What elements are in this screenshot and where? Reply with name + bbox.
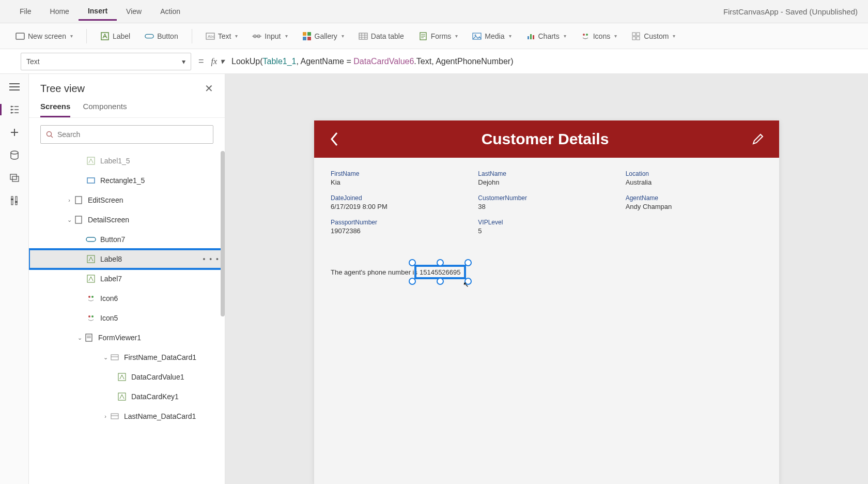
equals-sign: = xyxy=(198,56,204,67)
field-customernumber: CustomerNumber 38 xyxy=(478,194,615,210)
svg-rect-0 xyxy=(16,33,24,39)
svg-rect-28 xyxy=(632,33,636,36)
chevron-down-icon[interactable]: ⌄ xyxy=(75,335,84,341)
gallery-button[interactable]: Gallery ▾ xyxy=(297,28,349,44)
tree-node-detailscreen[interactable]: ⌄ DetailScreen xyxy=(29,210,225,230)
resize-handle[interactable] xyxy=(409,278,416,285)
scrollbar-thumb[interactable] xyxy=(221,151,225,316)
formula-input[interactable]: LookUp(Table1_1, AgentName = DataCardVal… xyxy=(231,56,513,66)
more-icon[interactable]: • • • xyxy=(203,255,220,263)
new-screen-button[interactable]: New screen ▾ xyxy=(10,28,78,44)
menu-home[interactable]: Home xyxy=(41,3,79,20)
tree-node-label7[interactable]: Label7 xyxy=(29,269,225,289)
tree-node-rectangle1-5[interactable]: Rectangle1_5 xyxy=(29,171,225,190)
edit-icon[interactable] xyxy=(751,132,765,146)
tree-node-label: LastName_DataCard1 xyxy=(124,412,196,420)
svg-rect-63 xyxy=(111,355,118,360)
chevron-down-icon[interactable]: ⌄ xyxy=(101,354,110,361)
svg-rect-42 xyxy=(12,176,19,182)
property-selector[interactable]: Text ▾ xyxy=(21,53,191,70)
resize-handle[interactable] xyxy=(464,259,472,266)
resize-handle[interactable] xyxy=(409,259,416,266)
charts-btn-label: Charts xyxy=(538,32,560,40)
field-label: LastName xyxy=(478,170,615,177)
menu-insert[interactable]: Insert xyxy=(79,3,117,21)
tree-node-icon6[interactable]: Icon6 xyxy=(29,289,225,308)
tree-node-formviewer1[interactable]: ⌄ FormViewer1 xyxy=(29,328,225,347)
media-icon xyxy=(472,32,482,41)
property-name: Text xyxy=(26,57,40,66)
label-button[interactable]: Label xyxy=(95,28,135,44)
label-icon xyxy=(86,254,96,264)
canvas-area[interactable]: Customer Details FirstName Kia LastName … xyxy=(225,74,868,484)
chevron-right-icon[interactable]: › xyxy=(101,413,110,419)
input-button[interactable]: Input ▾ xyxy=(247,28,292,44)
button-button[interactable]: Button xyxy=(140,28,183,44)
tree-node-label1-5[interactable]: Label1_5 xyxy=(29,151,225,171)
svg-rect-51 xyxy=(75,196,82,204)
tab-components[interactable]: Components xyxy=(83,102,127,117)
agent-phone-prefix: The agent's phone number is xyxy=(331,268,417,276)
menu-action[interactable]: Action xyxy=(151,3,190,20)
menu-view[interactable]: View xyxy=(117,3,151,20)
close-icon[interactable]: ✕ xyxy=(205,82,213,95)
tree-list[interactable]: Label1_5 Rectangle1_5 › EditScreen ⌄ Det… xyxy=(29,151,225,484)
tree-view-icon[interactable] xyxy=(0,104,28,115)
tree-node-label8[interactable]: Label8 • • • xyxy=(29,249,225,269)
hamburger-icon[interactable] xyxy=(9,81,20,93)
forms-btn-label: Forms xyxy=(431,32,452,40)
tree-node-datacardkey1[interactable]: DataCardKey1 xyxy=(29,387,225,406)
media-rail-icon[interactable] xyxy=(9,172,20,184)
svg-point-47 xyxy=(47,132,52,137)
custom-button[interactable]: Custom ▾ xyxy=(626,28,680,44)
screen-icon xyxy=(16,32,25,41)
tree-node-lastname-datacard[interactable]: › LastName_DataCard1 xyxy=(29,406,225,426)
tree-node-icon5[interactable]: Icon5 xyxy=(29,308,225,328)
app-header: Customer Details xyxy=(314,120,779,158)
icons-button[interactable]: Icons ▾ xyxy=(576,28,622,44)
tree-node-firstname-datacard[interactable]: ⌄ FirstName_DataCard1 xyxy=(29,347,225,367)
svg-rect-41 xyxy=(10,174,17,179)
resize-handle[interactable] xyxy=(437,259,444,266)
field-label: FirstName xyxy=(331,170,468,177)
svg-rect-45 xyxy=(11,199,13,200)
search-input[interactable] xyxy=(57,130,208,139)
tree-node-editscreen[interactable]: › EditScreen xyxy=(29,190,225,210)
data-table-button[interactable]: Data table xyxy=(353,28,409,44)
text-button[interactable]: Abc Text ▾ xyxy=(200,28,243,44)
svg-rect-8 xyxy=(303,32,306,36)
field-label: PassportNumber xyxy=(331,219,468,226)
data-icon[interactable] xyxy=(9,149,20,161)
fx-icon[interactable]: fx ▾ xyxy=(211,56,225,66)
tree-node-button7[interactable]: Button7 xyxy=(29,230,225,249)
svg-rect-10 xyxy=(303,37,306,40)
custom-btn-label: Custom xyxy=(644,32,669,40)
label-icon xyxy=(86,274,96,284)
chevron-right-icon[interactable]: › xyxy=(65,197,73,203)
label-icon xyxy=(117,391,127,402)
gallery-icon xyxy=(302,32,312,41)
main-area: Tree view ✕ Screens Components Label1_5 … xyxy=(0,74,868,484)
forms-icon xyxy=(419,32,428,41)
selected-control-label8[interactable]: 15145526695 xyxy=(414,265,466,279)
media-button[interactable]: Media ▾ xyxy=(467,28,516,44)
field-value: 5 xyxy=(478,227,615,235)
tab-screens[interactable]: Screens xyxy=(40,102,70,117)
forms-button[interactable]: Forms ▾ xyxy=(413,28,463,44)
tree-view-panel: Tree view ✕ Screens Components Label1_5 … xyxy=(29,74,225,484)
menu-file[interactable]: File xyxy=(10,3,41,20)
chevron-down-icon: ▾ xyxy=(564,33,566,39)
resize-handle[interactable] xyxy=(437,278,444,285)
chevron-down-icon[interactable]: ⌄ xyxy=(65,217,73,223)
advanced-icon[interactable] xyxy=(9,195,20,206)
icon-icon xyxy=(86,313,96,323)
svg-point-58 xyxy=(88,315,90,317)
tree-node-label: Rectangle1_5 xyxy=(100,176,145,185)
tree-node-datacardvalue1[interactable]: DataCardValue1 xyxy=(29,367,225,387)
charts-button[interactable]: Charts ▾ xyxy=(521,28,571,44)
add-icon[interactable] xyxy=(9,127,20,138)
tree-search[interactable] xyxy=(40,125,213,144)
back-icon[interactable] xyxy=(329,131,339,147)
datacard-icon xyxy=(110,352,120,362)
agent-phone-row: The agent's phone number is 15145526695 xyxy=(331,265,763,279)
